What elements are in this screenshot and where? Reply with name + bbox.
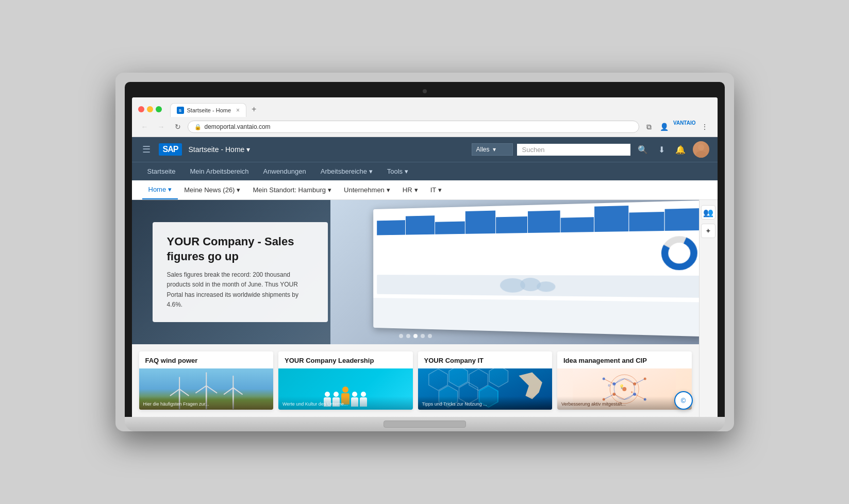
- subnav-label-hr: HR: [403, 186, 412, 194]
- card-it[interactable]: YOUR Company IT: [418, 351, 553, 410]
- subnav-label-standort: Mein Standort: Hamburg: [253, 186, 326, 194]
- card-wind-power[interactable]: FAQ wind power: [139, 351, 274, 410]
- expand-dot[interactable]: [156, 106, 162, 112]
- mainnav-label-startseite: Startseite: [147, 167, 176, 175]
- more-menu-button[interactable]: ⋮: [698, 120, 711, 133]
- fab-icon: ©: [681, 397, 686, 405]
- card-leadership-caption: Werte und Kultur des Unterne...: [278, 396, 413, 410]
- fab-button[interactable]: ©: [674, 391, 693, 410]
- svg-text:💡: 💡: [619, 384, 624, 389]
- svg-point-41: [633, 382, 636, 385]
- card-leadership-caption-text: Werte und Kultur des Unterne...: [282, 401, 347, 407]
- subnav-item-unternehmen[interactable]: Unternehmen ▾: [338, 181, 396, 199]
- card-cip-image: 💡 ⚙ ★ Verbesserung aktiv mitgestalt...: [557, 368, 692, 410]
- subnav-item-news[interactable]: Meine News (26) ▾: [178, 181, 246, 199]
- lock-icon: 🔒: [194, 124, 202, 130]
- hero-background: [330, 200, 699, 344]
- card-leadership-title: YOUR Company Leadership: [278, 351, 413, 368]
- title-text: Startseite - Home: [188, 145, 244, 154]
- panel-people-button[interactable]: 👥: [701, 205, 715, 220]
- card-cip-caption: Verbesserung aktiv mitgestalt...: [557, 396, 692, 410]
- hero-dot-4[interactable]: [421, 334, 425, 338]
- mainnav-label-arbeitsbereiche: Arbeitsbereiche ▾: [321, 167, 373, 175]
- svg-point-6: [537, 281, 555, 292]
- card-it-title: YOUR Company IT: [418, 351, 553, 368]
- camera: [423, 89, 427, 93]
- notification-icon[interactable]: 🔔: [672, 143, 689, 157]
- card-it-caption-text: Tipps und Tricks zur Nutzung ...: [422, 401, 487, 407]
- forward-button[interactable]: →: [155, 120, 168, 133]
- search-section: Alles ▾ 🔍 ⬇ 🔔: [472, 141, 709, 158]
- vantaio-label: VANTAIO: [673, 120, 696, 133]
- title-arrow-icon[interactable]: ▾: [246, 145, 250, 154]
- mainnav-label-anwendungen: Anwendungen: [263, 167, 306, 175]
- back-button[interactable]: ←: [138, 120, 152, 133]
- search-icon[interactable]: 🔍: [635, 143, 651, 157]
- hero-dot-3[interactable]: [413, 334, 418, 338]
- active-tab[interactable]: S Startseite - Home ×: [170, 103, 247, 117]
- url-text: demoportal.vantaio.com: [205, 123, 271, 130]
- profile-button[interactable]: 👤: [658, 120, 671, 133]
- laptop-shell: S Startseite - Home × + ← → ↻ 🔒 demoport…: [115, 73, 734, 431]
- search-input[interactable]: [517, 144, 630, 156]
- mainnav-label-arbeitsbereich: Mein Arbeitsbereich: [190, 167, 248, 175]
- right-panel: 👥 ✦: [699, 200, 718, 417]
- new-tab-button[interactable]: +: [246, 102, 261, 117]
- subnav-label-news: Meine News (26): [184, 186, 235, 194]
- browser-actions: ⧉ 👤 VANTAIO ⋮: [642, 120, 711, 133]
- mainnav-item-startseite[interactable]: Startseite: [140, 162, 183, 180]
- svg-point-44: [603, 378, 605, 380]
- hero-dot-1[interactable]: [399, 334, 403, 338]
- tab-favicon: S: [177, 107, 184, 114]
- card-it-image: Tipps und Tricks zur Nutzung ...: [418, 368, 553, 410]
- sap-subnav: Home ▾ Meine News (26) ▾ Mein Standort: …: [132, 180, 718, 200]
- hero-body: Sales figures break the record: 200 thou…: [167, 270, 313, 310]
- subnav-item-standort[interactable]: Mein Standort: Hamburg ▾: [246, 181, 338, 199]
- download-icon[interactable]: ⬇: [655, 143, 668, 157]
- search-category-label: Alles: [476, 146, 490, 153]
- card-leadership-image: Werte und Kultur des Unterne...: [278, 368, 413, 410]
- tab-close-icon[interactable]: ×: [236, 107, 240, 114]
- minimize-dot[interactable]: [147, 106, 153, 112]
- hero-dot-2[interactable]: [406, 334, 410, 338]
- user-avatar[interactable]: [693, 141, 709, 158]
- refresh-button[interactable]: ↻: [171, 120, 185, 133]
- menu-icon[interactable]: ☰: [140, 142, 153, 157]
- subnav-label-it: IT: [430, 186, 437, 194]
- card-it-caption: Tipps und Tricks zur Nutzung ...: [418, 396, 553, 410]
- mainnav-label-tools: Tools ▾: [387, 167, 408, 175]
- hero-text-card: YOUR Company - Sales figures go up Sales…: [153, 222, 328, 322]
- subnav-label-home: Home: [148, 186, 167, 193]
- svg-point-42: [612, 393, 615, 396]
- subnav-arrow-standort: ▾: [328, 186, 331, 194]
- panel-settings-button[interactable]: ✦: [701, 224, 715, 238]
- subnav-item-home[interactable]: Home ▾: [142, 180, 178, 199]
- subnav-item-hr[interactable]: HR ▾: [396, 181, 424, 199]
- card-cip-title: Idea management and CIP: [557, 351, 692, 368]
- trackpad[interactable]: [384, 421, 466, 428]
- card-cip[interactable]: Idea management and CIP: [557, 351, 692, 410]
- close-dot[interactable]: [138, 106, 144, 112]
- address-bar[interactable]: 🔒 demoportal.vantaio.com: [188, 121, 639, 133]
- mainnav-item-arbeitsbereiche[interactable]: Arbeitsbereiche ▾: [313, 162, 380, 180]
- tab-label: Startseite - Home: [187, 107, 231, 113]
- sap-mainnav: Startseite Mein Arbeitsbereich Anwendung…: [132, 162, 718, 180]
- mainnav-item-tools[interactable]: Tools ▾: [380, 162, 415, 180]
- mainnav-item-arbeitsbereich[interactable]: Mein Arbeitsbereich: [182, 162, 256, 180]
- hero-title: YOUR Company - Sales figures go up: [167, 234, 313, 264]
- svg-point-43: [633, 393, 636, 396]
- hero-banner: YOUR Company - Sales figures go up Sales…: [132, 200, 699, 344]
- svg-text:⚙: ⚙: [608, 384, 610, 387]
- svg-point-1: [696, 151, 706, 158]
- portal-content: YOUR Company - Sales figures go up Sales…: [132, 200, 718, 417]
- browser-window-controls: [138, 106, 162, 112]
- card-leadership[interactable]: YOUR Company Leadership: [278, 351, 413, 410]
- subnav-item-it[interactable]: IT ▾: [424, 181, 448, 199]
- cards-section: FAQ wind power: [132, 344, 699, 417]
- subnav-arrow-home: ▾: [168, 186, 172, 193]
- laptop-base: [125, 417, 725, 431]
- extensions-button[interactable]: ⧉: [642, 120, 656, 133]
- search-category-dropdown[interactable]: Alles ▾: [472, 143, 513, 156]
- mainnav-item-anwendungen[interactable]: Anwendungen: [256, 162, 313, 180]
- hero-dot-5[interactable]: [428, 334, 432, 338]
